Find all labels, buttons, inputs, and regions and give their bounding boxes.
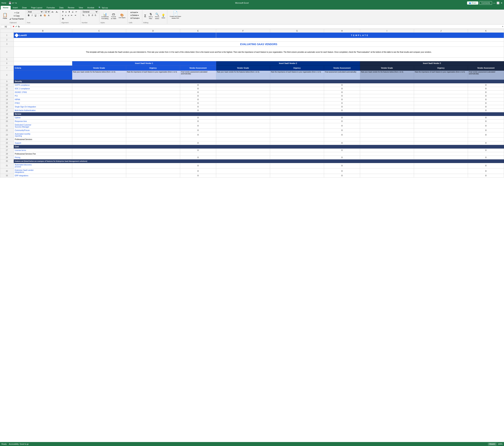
dcsm-v3-grade[interactable] xyxy=(360,123,414,129)
rt-v1-grade[interactable] xyxy=(72,120,126,123)
tab-data[interactable]: Data xyxy=(57,6,66,10)
supp-v2-urgency[interactable] xyxy=(270,141,324,145)
erp-v3-urgency[interactable] xyxy=(414,174,468,178)
uptime-v2-grade[interactable] xyxy=(216,116,270,120)
sso-v3-grade[interactable] xyxy=(360,105,414,109)
comm-v2-grade[interactable] xyxy=(216,129,270,132)
align-center-button[interactable]: ≡ xyxy=(64,14,67,17)
supp-v1-urgency[interactable] xyxy=(126,141,180,145)
comm-v1-grade[interactable] xyxy=(72,129,126,132)
iso-v3-urgency[interactable] xyxy=(414,91,468,94)
si-v3-grade[interactable] xyxy=(360,168,414,174)
underline-button[interactable]: U xyxy=(34,14,37,17)
lic-v2-urgency[interactable] xyxy=(270,149,324,152)
row-header-11[interactable]: 11 xyxy=(0,87,14,91)
row-header-15[interactable]: 15 xyxy=(0,101,14,105)
format-painter-button[interactable]: 🖌 Format Painter xyxy=(9,18,25,20)
si-v2-urgency[interactable] xyxy=(270,168,324,174)
conditional-formatting-button[interactable]: 📊 ConditionalFormatting xyxy=(100,12,109,20)
save-icon[interactable]: 💾 xyxy=(9,2,11,4)
mfa-v1-grade[interactable] xyxy=(72,109,126,112)
row-header-28[interactable]: 28 xyxy=(0,152,14,156)
dcsm-label[interactable]: Dedicated CustomerSuccess Manager xyxy=(14,123,72,129)
sso-v1-urgency[interactable] xyxy=(126,105,180,109)
ad-v2-grade[interactable] xyxy=(216,163,270,168)
pci-v3-grade[interactable] xyxy=(360,94,414,98)
iso-v2-grade[interactable] xyxy=(216,91,270,94)
format-as-table-button[interactable]: 🗃 Formatas Table xyxy=(110,12,117,20)
psf-v2-grade[interactable] xyxy=(216,152,270,156)
psf-v3-grade[interactable] xyxy=(360,152,414,156)
col-header-d[interactable]: D xyxy=(126,29,180,33)
ffiec-v2-urgency[interactable] xyxy=(270,101,324,105)
mfa-v2-urgency[interactable] xyxy=(270,109,324,112)
uptime-v2-urgency[interactable] xyxy=(270,116,324,120)
comma-button[interactable]: , xyxy=(85,14,87,17)
dcsm-v2-grade[interactable] xyxy=(216,123,270,129)
price-v1-grade[interactable] xyxy=(72,156,126,159)
insert-function-button[interactable]: fx xyxy=(18,25,20,28)
hipaa-v1-urgency[interactable] xyxy=(126,98,180,101)
col-header-c[interactable]: C xyxy=(72,29,126,33)
tab-home[interactable]: Home xyxy=(1,6,11,10)
ffiec-v3-urgency[interactable] xyxy=(414,101,468,105)
erp-v1-urgency[interactable] xyxy=(126,174,180,178)
tell-me-input[interactable]: 🔍 Tell me xyxy=(96,6,110,10)
row-header-17[interactable]: 17 xyxy=(0,109,14,112)
sso-v2-grade[interactable] xyxy=(216,105,270,109)
si-v1-urgency[interactable] xyxy=(126,168,180,174)
ps-v2-grade[interactable] xyxy=(216,138,270,141)
ad-v3-urgency[interactable] xyxy=(414,163,468,168)
ad-v3-grade[interactable] xyxy=(360,163,414,168)
uptime-v3-grade[interactable] xyxy=(360,116,414,120)
col-header-b[interactable]: B xyxy=(14,29,72,33)
row-header-27[interactable]: 27 xyxy=(0,149,14,152)
supp-v2-grade[interactable] xyxy=(216,141,270,145)
rt-v2-grade[interactable] xyxy=(216,120,270,123)
row-header-24[interactable]: 24 xyxy=(0,138,14,141)
erp-v2-urgency[interactable] xyxy=(270,174,324,178)
paste-button[interactable]: 📋 Paste xyxy=(1,12,9,20)
erp-v2-grade[interactable] xyxy=(216,174,270,178)
dcsm-v2-urgency[interactable] xyxy=(270,123,324,129)
row-header-5[interactable]: 5 xyxy=(0,58,14,61)
sum-button[interactable]: Σ xyxy=(143,14,147,19)
iso-v1-grade[interactable] xyxy=(72,91,126,94)
iso27001-label[interactable]: ISO/IEC 27001 xyxy=(14,91,72,94)
rep-v2-grade[interactable] xyxy=(216,132,270,138)
font-name-select[interactable]: Arial xyxy=(27,10,43,13)
row-header-3[interactable]: 3 xyxy=(0,42,14,47)
soc2-v3-grade[interactable] xyxy=(360,87,414,91)
iso-v1-urgency[interactable] xyxy=(126,91,180,94)
ps-v3-grade[interactable] xyxy=(360,138,414,141)
description-cell[interactable]: This template will help you evaluate the… xyxy=(14,47,504,58)
ad-v1-grade[interactable] xyxy=(72,163,126,168)
mfa-label[interactable]: Multi-factor Authentication xyxy=(14,109,72,112)
decrease-decimal-button[interactable]: 0. xyxy=(94,14,97,17)
uptime-v3-urgency[interactable] xyxy=(414,116,468,120)
hipaa-v3-urgency[interactable] xyxy=(414,98,468,101)
col-header-h[interactable]: H xyxy=(324,29,360,33)
pci-v3-urgency[interactable] xyxy=(414,94,468,98)
tab-view[interactable]: View xyxy=(77,6,85,10)
hipaa-v3-grade[interactable] xyxy=(360,98,414,101)
col-header-f[interactable]: F xyxy=(216,29,270,33)
rt-v1-urgency[interactable] xyxy=(126,120,180,123)
font-color-button[interactable]: A xyxy=(47,14,50,17)
ps-v3-urgency[interactable] xyxy=(414,138,468,141)
col-header-i[interactable]: I xyxy=(360,29,414,33)
rt-v3-urgency[interactable] xyxy=(414,120,468,123)
sso-label[interactable]: Single Sign-On Integration xyxy=(14,105,72,109)
erp-label[interactable]: ERP integrations xyxy=(14,174,72,178)
align-left-button[interactable]: ≡ xyxy=(61,14,64,17)
close-icon[interactable]: ✕ xyxy=(501,2,503,4)
ps-v1-urgency[interactable] xyxy=(126,138,180,141)
tab-page-layout[interactable]: Page Layout xyxy=(29,6,45,10)
si-v2-grade[interactable] xyxy=(216,168,270,174)
dcsm-v3-urgency[interactable] xyxy=(414,123,468,129)
soc2-v2-grade[interactable] xyxy=(216,87,270,91)
gdpr-v1-urgency[interactable] xyxy=(126,83,180,87)
gdpr-v3-grade[interactable] xyxy=(360,83,414,87)
rt-v3-grade[interactable] xyxy=(360,120,414,123)
comments-button[interactable]: Comments xyxy=(479,1,492,5)
